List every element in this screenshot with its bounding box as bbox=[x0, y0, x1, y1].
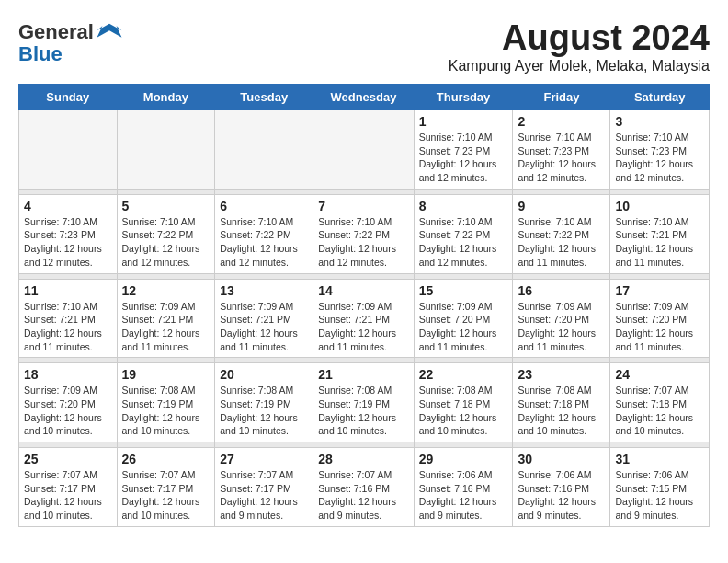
day-number: 1 bbox=[419, 114, 508, 129]
svg-marker-0 bbox=[97, 24, 121, 38]
day-info: Sunrise: 7:07 AM Sunset: 7:16 PM Dayligh… bbox=[318, 468, 408, 523]
calendar-cell: 27Sunrise: 7:07 AM Sunset: 7:17 PM Dayli… bbox=[215, 448, 313, 527]
day-header-tuesday: Tuesday bbox=[215, 85, 313, 110]
day-number: 30 bbox=[518, 452, 605, 466]
calendar-cell: 15Sunrise: 7:09 AM Sunset: 7:20 PM Dayli… bbox=[414, 279, 513, 358]
day-info: Sunrise: 7:08 AM Sunset: 7:19 PM Dayligh… bbox=[122, 384, 210, 438]
calendar-cell: 26Sunrise: 7:07 AM Sunset: 7:17 PM Dayli… bbox=[117, 448, 215, 527]
day-info: Sunrise: 7:09 AM Sunset: 7:21 PM Dayligh… bbox=[220, 300, 308, 354]
day-info: Sunrise: 7:10 AM Sunset: 7:22 PM Dayligh… bbox=[122, 215, 210, 270]
day-number: 7 bbox=[318, 199, 408, 213]
day-info: Sunrise: 7:08 AM Sunset: 7:19 PM Dayligh… bbox=[318, 384, 408, 438]
calendar-cell: 8Sunrise: 7:10 AM Sunset: 7:22 PM Daylig… bbox=[414, 194, 513, 273]
calendar-table: SundayMondayTuesdayWednesdayThursdayFrid… bbox=[18, 84, 710, 527]
logo-general-text: General bbox=[18, 20, 94, 44]
calendar-cell: 20Sunrise: 7:08 AM Sunset: 7:19 PM Dayli… bbox=[215, 363, 313, 442]
calendar-cell: 2Sunrise: 7:10 AM Sunset: 7:23 PM Daylig… bbox=[513, 110, 610, 190]
day-number: 29 bbox=[419, 452, 508, 466]
calendar-cell: 16Sunrise: 7:09 AM Sunset: 7:20 PM Dayli… bbox=[513, 279, 610, 358]
calendar-cell: 13Sunrise: 7:09 AM Sunset: 7:21 PM Dayli… bbox=[215, 279, 313, 358]
day-info: Sunrise: 7:10 AM Sunset: 7:22 PM Dayligh… bbox=[419, 215, 508, 270]
calendar-cell: 29Sunrise: 7:06 AM Sunset: 7:16 PM Dayli… bbox=[414, 448, 513, 527]
day-number: 19 bbox=[122, 367, 210, 382]
calendar-week-1: 1Sunrise: 7:10 AM Sunset: 7:23 PM Daylig… bbox=[19, 110, 710, 190]
day-number: 28 bbox=[318, 452, 408, 466]
calendar-week-3: 11Sunrise: 7:10 AM Sunset: 7:21 PM Dayli… bbox=[19, 279, 710, 358]
day-number: 26 bbox=[122, 452, 210, 466]
day-number: 3 bbox=[615, 114, 704, 129]
day-number: 8 bbox=[419, 199, 508, 213]
location-subtitle: Kampung Ayer Molek, Melaka, Malaysia bbox=[449, 58, 710, 75]
day-info: Sunrise: 7:10 AM Sunset: 7:23 PM Dayligh… bbox=[518, 131, 605, 185]
day-info: Sunrise: 7:09 AM Sunset: 7:20 PM Dayligh… bbox=[518, 300, 605, 354]
day-info: Sunrise: 7:06 AM Sunset: 7:16 PM Dayligh… bbox=[518, 468, 605, 523]
calendar-cell: 23Sunrise: 7:08 AM Sunset: 7:18 PM Dayli… bbox=[513, 363, 610, 442]
calendar-cell: 1Sunrise: 7:10 AM Sunset: 7:23 PM Daylig… bbox=[414, 110, 513, 190]
day-info: Sunrise: 7:07 AM Sunset: 7:17 PM Dayligh… bbox=[220, 468, 308, 523]
day-header-friday: Friday bbox=[513, 85, 610, 110]
day-info: Sunrise: 7:09 AM Sunset: 7:21 PM Dayligh… bbox=[122, 300, 210, 354]
calendar-cell: 21Sunrise: 7:08 AM Sunset: 7:19 PM Dayli… bbox=[313, 363, 414, 442]
day-number: 15 bbox=[419, 283, 508, 298]
calendar-cell: 19Sunrise: 7:08 AM Sunset: 7:19 PM Dayli… bbox=[117, 363, 215, 442]
day-info: Sunrise: 7:07 AM Sunset: 7:17 PM Dayligh… bbox=[24, 468, 112, 523]
day-info: Sunrise: 7:10 AM Sunset: 7:22 PM Dayligh… bbox=[318, 215, 408, 270]
day-info: Sunrise: 7:08 AM Sunset: 7:19 PM Dayligh… bbox=[220, 384, 308, 438]
day-header-monday: Monday bbox=[117, 85, 215, 110]
calendar-cell: 12Sunrise: 7:09 AM Sunset: 7:21 PM Dayli… bbox=[117, 279, 215, 358]
calendar-cell: 25Sunrise: 7:07 AM Sunset: 7:17 PM Dayli… bbox=[19, 448, 118, 527]
day-info: Sunrise: 7:06 AM Sunset: 7:15 PM Dayligh… bbox=[615, 468, 704, 523]
calendar-cell: 11Sunrise: 7:10 AM Sunset: 7:21 PM Dayli… bbox=[19, 279, 118, 358]
day-header-saturday: Saturday bbox=[610, 85, 710, 110]
calendar-cell: 3Sunrise: 7:10 AM Sunset: 7:23 PM Daylig… bbox=[610, 110, 710, 190]
calendar-cell: 9Sunrise: 7:10 AM Sunset: 7:22 PM Daylig… bbox=[513, 194, 610, 273]
day-header-thursday: Thursday bbox=[414, 85, 513, 110]
calendar-cell: 18Sunrise: 7:09 AM Sunset: 7:20 PM Dayli… bbox=[19, 363, 118, 442]
calendar-cell: 22Sunrise: 7:08 AM Sunset: 7:18 PM Dayli… bbox=[414, 363, 513, 442]
logo-blue-text: Blue bbox=[18, 42, 63, 66]
day-number: 23 bbox=[518, 367, 605, 382]
calendar-cell: 14Sunrise: 7:09 AM Sunset: 7:21 PM Dayli… bbox=[313, 279, 414, 358]
day-number: 31 bbox=[615, 452, 704, 466]
day-number: 14 bbox=[318, 283, 408, 298]
calendar-cell: 31Sunrise: 7:06 AM Sunset: 7:15 PM Dayli… bbox=[610, 448, 710, 527]
day-info: Sunrise: 7:06 AM Sunset: 7:16 PM Dayligh… bbox=[419, 468, 508, 523]
day-info: Sunrise: 7:10 AM Sunset: 7:21 PM Dayligh… bbox=[24, 300, 112, 354]
day-number: 18 bbox=[24, 367, 112, 382]
page-header: General Blue August 2024 Kampung Ayer Mo… bbox=[18, 18, 710, 75]
logo: General Blue bbox=[18, 18, 123, 66]
calendar-week-5: 25Sunrise: 7:07 AM Sunset: 7:17 PM Dayli… bbox=[19, 448, 710, 527]
calendar-cell: 24Sunrise: 7:07 AM Sunset: 7:18 PM Dayli… bbox=[610, 363, 710, 442]
calendar-cell: 10Sunrise: 7:10 AM Sunset: 7:21 PM Dayli… bbox=[610, 194, 710, 273]
day-number: 10 bbox=[615, 199, 704, 213]
title-block: August 2024 Kampung Ayer Molek, Melaka, … bbox=[449, 18, 710, 75]
calendar-week-4: 18Sunrise: 7:09 AM Sunset: 7:20 PM Dayli… bbox=[19, 363, 710, 442]
day-number: 6 bbox=[220, 199, 308, 213]
calendar-header-row: SundayMondayTuesdayWednesdayThursdayFrid… bbox=[19, 85, 710, 110]
day-info: Sunrise: 7:10 AM Sunset: 7:23 PM Dayligh… bbox=[615, 131, 704, 185]
day-info: Sunrise: 7:10 AM Sunset: 7:22 PM Dayligh… bbox=[518, 215, 605, 270]
day-info: Sunrise: 7:07 AM Sunset: 7:18 PM Dayligh… bbox=[615, 384, 704, 438]
calendar-cell bbox=[19, 110, 118, 190]
day-info: Sunrise: 7:09 AM Sunset: 7:20 PM Dayligh… bbox=[615, 300, 704, 354]
day-info: Sunrise: 7:10 AM Sunset: 7:22 PM Dayligh… bbox=[220, 215, 308, 270]
day-info: Sunrise: 7:09 AM Sunset: 7:20 PM Dayligh… bbox=[419, 300, 508, 354]
day-number: 11 bbox=[24, 283, 112, 298]
day-info: Sunrise: 7:08 AM Sunset: 7:18 PM Dayligh… bbox=[419, 384, 508, 438]
calendar-cell: 4Sunrise: 7:10 AM Sunset: 7:23 PM Daylig… bbox=[19, 194, 118, 273]
day-number: 24 bbox=[615, 367, 704, 382]
day-number: 20 bbox=[220, 367, 308, 382]
day-number: 4 bbox=[24, 199, 112, 213]
day-number: 12 bbox=[122, 283, 210, 298]
day-info: Sunrise: 7:09 AM Sunset: 7:20 PM Dayligh… bbox=[24, 384, 112, 438]
calendar-cell: 5Sunrise: 7:10 AM Sunset: 7:22 PM Daylig… bbox=[117, 194, 215, 273]
calendar-week-2: 4Sunrise: 7:10 AM Sunset: 7:23 PM Daylig… bbox=[19, 194, 710, 273]
day-number: 16 bbox=[518, 283, 605, 298]
calendar-cell bbox=[313, 110, 414, 190]
day-number: 27 bbox=[220, 452, 308, 466]
day-number: 25 bbox=[24, 452, 112, 466]
day-number: 9 bbox=[518, 199, 605, 213]
day-number: 5 bbox=[122, 199, 210, 213]
day-header-sunday: Sunday bbox=[19, 85, 118, 110]
day-number: 22 bbox=[419, 367, 508, 382]
